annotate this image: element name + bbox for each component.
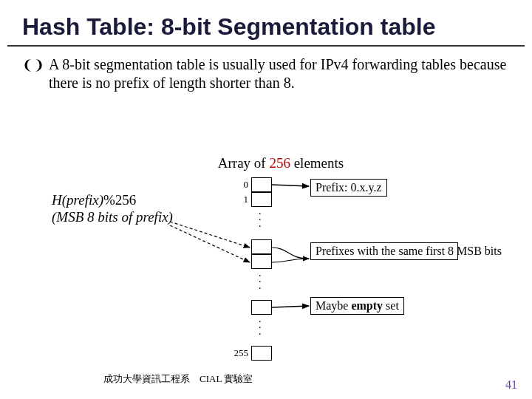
annot-empty-a: Maybe (316, 299, 351, 312)
annot-empty-set: Maybe empty set (310, 297, 404, 315)
annot-empty-c: set (383, 299, 399, 312)
array-index-last: 255 (226, 347, 248, 359)
array-cell-1 (251, 192, 272, 207)
hash-func-name: H (52, 192, 62, 208)
svg-line-2 (170, 225, 250, 262)
vdots-icon: ··· (259, 211, 262, 230)
array-index-1: 1 (226, 194, 248, 205)
hash-func-mod: %256 (103, 192, 136, 208)
vdots-icon-2: ··· (259, 273, 262, 292)
annot-same-msb: Prefixes with the same first 8 MSB bits (310, 242, 458, 260)
array-cell-empty (251, 300, 272, 315)
array-cell-0 (251, 177, 272, 192)
svg-line-3 (272, 306, 309, 307)
annot-prefix-0: Prefix: 0.x.y.z (310, 179, 387, 197)
vdots-icon-3: ··· (259, 319, 262, 338)
footer-text: 成功大學資訊工程系 CIAL 實驗室 (103, 372, 253, 386)
bullet-text: A 8-bit segmentation table is usually us… (49, 55, 510, 92)
hash-function-label: H(prefix)%256 (MSB 8 bits of prefix) (52, 192, 173, 226)
svg-line-0 (272, 185, 309, 186)
array-cell-mid1 (251, 239, 272, 254)
slide-number: 41 (505, 378, 517, 392)
svg-line-1 (170, 222, 250, 248)
bullet-item: ❨❩ A 8-bit segmentation table is usually… (0, 47, 532, 92)
array-cell-mid2 (251, 254, 272, 269)
array-caption-prefix: Array of (218, 155, 270, 171)
slide-title: Hash Table: 8-bit Segmentation table (7, 0, 525, 47)
array-caption-count: 256 (269, 155, 290, 171)
hash-msb-note: (MSB 8 bits of prefix) (52, 209, 173, 225)
annot-empty-b: empty (351, 299, 383, 312)
array-caption-suffix: elements (290, 155, 344, 171)
array-caption: Array of 256 elements (192, 155, 369, 171)
hash-func-arg: (prefix) (62, 192, 103, 208)
bullet-glyph-icon: ❨❩ (22, 57, 44, 74)
array-index-0: 0 (226, 179, 248, 191)
array-cell-last (251, 346, 272, 361)
